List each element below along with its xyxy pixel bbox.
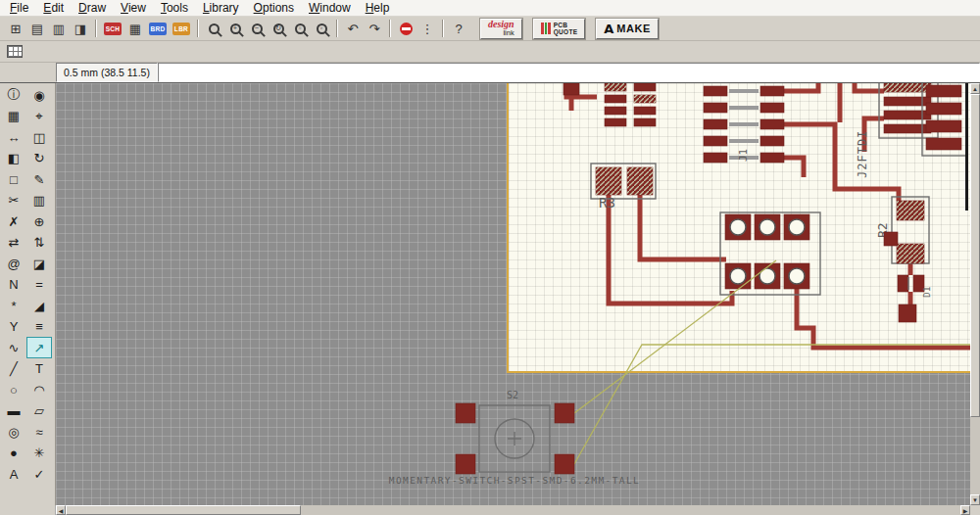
design-link-label: design link	[488, 20, 514, 37]
menu-window[interactable]: Window	[302, 0, 359, 16]
info-tool[interactable]: ⓘ	[2, 85, 25, 105]
stop-button[interactable]	[396, 19, 416, 38]
toolbar-separator	[442, 20, 444, 37]
copy-tool[interactable]: ◫	[27, 127, 51, 147]
bottom-bar: ◀ ▶	[0, 505, 980, 515]
split-tool[interactable]: Y	[2, 317, 25, 337]
print-button[interactable]: ▥	[49, 19, 69, 38]
menu-help[interactable]: Help	[359, 0, 398, 16]
pcb-quote-line1: PCB	[554, 22, 578, 28]
ripup-tool[interactable]: ↗	[27, 338, 51, 357]
bottom-left-corner	[0, 505, 56, 515]
smash-tool[interactable]: *	[2, 296, 25, 315]
toolbar-separator	[336, 20, 338, 37]
board-canvas[interactable]: J1 R3	[56, 83, 970, 505]
schematic-badge-button[interactable]: SCH	[104, 23, 122, 35]
toolbar-icons: ⊞▤▥◨SCH▦BRDLBR+−↻▫◦↶↷⋮?	[5, 19, 469, 38]
signal-tool[interactable]: ≈	[27, 422, 51, 442]
zoom-redraw-button[interactable]: ↻	[269, 19, 288, 38]
save-button[interactable]: ▤	[27, 19, 47, 38]
mark-tool[interactable]: ⌖	[27, 107, 51, 126]
rect-tool[interactable]: ▬	[2, 401, 25, 421]
menu-file[interactable]: File	[3, 0, 36, 16]
cam-processor-button[interactable]: ◨	[71, 19, 90, 38]
name-tool[interactable]: N	[2, 275, 25, 295]
change-tool[interactable]: ✎	[27, 169, 51, 189]
optimize-tool[interactable]: ≡	[27, 317, 51, 337]
command-input[interactable]	[158, 63, 980, 82]
vertical-scroll-track[interactable]	[970, 417, 980, 494]
zoom-last-button[interactable]: ◦	[312, 19, 331, 38]
pinswap-tool[interactable]: ⇄	[2, 233, 25, 253]
paste-tool[interactable]: ▥	[27, 191, 51, 211]
pcb-quote-button[interactable]: PCB QUOTE	[533, 19, 586, 39]
board-badge-button[interactable]: BRD	[149, 23, 167, 35]
miter-tool[interactable]: ◢	[27, 296, 51, 315]
secondary-toolbar	[0, 41, 980, 63]
grid-settings-button[interactable]	[5, 42, 24, 62]
design-link-button[interactable]: design link	[480, 19, 522, 39]
scroll-down-button[interactable]: ▼	[970, 494, 980, 505]
ratsnest-tool[interactable]: ✳	[27, 444, 51, 463]
s2-description-label: MOMENTARY-SWITCH-SPST-SMD-6.2MM-TALL	[389, 475, 640, 486]
replace-tool[interactable]: ⇅	[27, 233, 51, 253]
display-tool[interactable]: ▦	[2, 107, 25, 126]
horizontal-scroll-thumb[interactable]	[66, 505, 301, 515]
attribute-tool[interactable]: @	[2, 254, 25, 273]
open-button[interactable]: ⊞	[6, 19, 25, 38]
add-tool[interactable]: ⊕	[27, 211, 51, 231]
zoom-select-button[interactable]: ▫	[290, 19, 310, 38]
route-tool[interactable]: ∿	[2, 338, 25, 357]
toolbar-separator	[389, 20, 391, 37]
make-button[interactable]: A MAKE	[596, 19, 658, 39]
menu-draw[interactable]: Draw	[72, 0, 114, 16]
menu-view[interactable]: View	[114, 0, 154, 16]
pcb-quote-label: PCB QUOTE	[554, 22, 578, 35]
scroll-up-button[interactable]: ▲	[970, 83, 980, 94]
pcb-quote-line2: QUOTE	[554, 28, 578, 35]
arc-tool[interactable]: ◠	[27, 380, 51, 399]
show-tool[interactable]: ◉	[27, 85, 51, 105]
menu-options[interactable]: Options	[247, 0, 302, 16]
delete-tool[interactable]: ✗	[2, 211, 25, 231]
topbar-spacer	[0, 63, 56, 82]
hole-tool[interactable]: ●	[2, 444, 25, 463]
menu-tools[interactable]: Tools	[154, 0, 196, 16]
zoom-out-button[interactable]: −	[247, 19, 267, 38]
drc-tool[interactable]: ✓	[27, 464, 51, 484]
text-tool[interactable]: T	[27, 359, 51, 379]
cut-tool[interactable]: ✂	[2, 191, 25, 211]
circle-tool[interactable]: ○	[2, 380, 25, 399]
menubar: FileEditDrawViewToolsLibraryOptionsWindo…	[0, 0, 980, 17]
more-button[interactable]: ⋮	[417, 19, 437, 38]
polygon-tool[interactable]: ▱	[27, 401, 51, 421]
scroll-right-button[interactable]: ▶	[960, 505, 970, 515]
undo-button[interactable]: ↶	[343, 19, 363, 38]
redo-button[interactable]: ↷	[365, 19, 384, 38]
grid-badge-button[interactable]: ▦	[125, 19, 145, 38]
zoom-in-button[interactable]: +	[225, 19, 245, 38]
pcb-quote-icon	[541, 23, 551, 34]
coordinate-display: 0.5 mm (38.5 11.5)	[56, 63, 158, 82]
auto-route-tool[interactable]: A	[2, 464, 25, 484]
help-button[interactable]: ?	[449, 19, 468, 38]
scroll-left-button[interactable]: ◀	[56, 505, 66, 515]
menu-edit[interactable]: Edit	[36, 0, 72, 16]
menu-library[interactable]: Library	[196, 0, 247, 16]
main-toolbar: ⊞▤▥◨SCH▦BRDLBR+−↻▫◦↶↷⋮? design link PCB …	[0, 17, 980, 41]
vertical-scroll-thumb[interactable]	[970, 94, 980, 417]
via-tool[interactable]: ◎	[2, 422, 25, 442]
library-badge-button[interactable]: LBR	[172, 23, 190, 35]
value-tool[interactable]: =	[27, 275, 51, 295]
toolbar2-icons	[4, 42, 25, 62]
group-tool[interactable]: □	[2, 169, 25, 189]
move-tool[interactable]: ↔	[2, 127, 25, 147]
zoom-fit-button[interactable]	[204, 19, 223, 38]
wire-tool[interactable]: ╱	[2, 359, 25, 379]
switch-s2-footprint: S2 MOMENTARY-SWITCH-SPST-SMD-6.2MM-TALL	[389, 390, 640, 486]
vertical-scrollbar[interactable]: ▲ ▼	[970, 83, 980, 505]
lock-tool[interactable]: ◪	[27, 254, 51, 273]
mirror-tool[interactable]: ◧	[2, 149, 25, 168]
horizontal-scroll-track[interactable]	[301, 505, 960, 515]
rotate-tool[interactable]: ↻	[27, 149, 51, 168]
